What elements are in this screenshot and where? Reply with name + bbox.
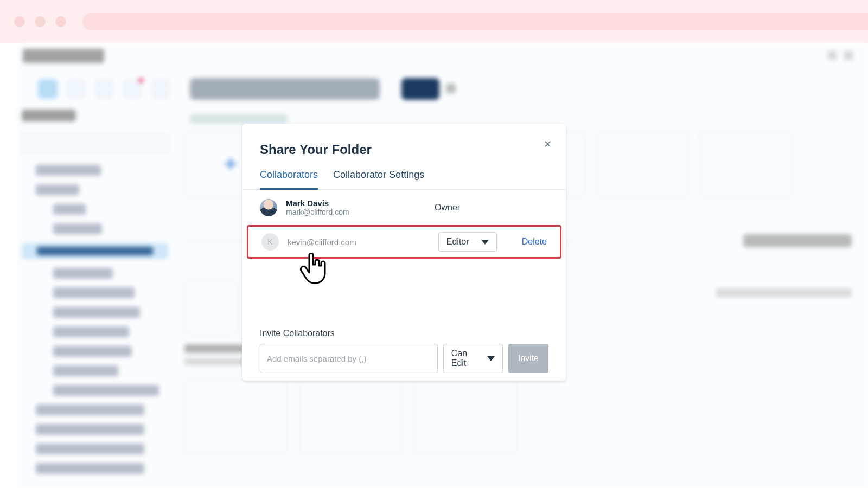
toolbar-btn-1[interactable] (38, 79, 58, 99)
modal-title: Share Your Folder (242, 142, 566, 157)
sidebar-item[interactable] (36, 184, 79, 195)
collaborator-name: Mark Davis (286, 198, 426, 208)
share-menu-icon[interactable] (446, 84, 456, 93)
sidebar-search[interactable] (22, 133, 168, 153)
toolbar-btn-2[interactable] (66, 79, 86, 99)
chevron-down-icon (481, 240, 489, 245)
tab-collaborators[interactable]: Collaborators (260, 169, 318, 190)
invite-section: Invite Collaborators Can Edit Invite (260, 329, 548, 373)
sidebar-item[interactable] (53, 287, 135, 298)
sidebar-item[interactable] (53, 326, 129, 337)
sidebar (22, 110, 168, 488)
sidebar-item[interactable] (36, 404, 144, 415)
permission-select[interactable]: Can Edit (443, 344, 503, 373)
delete-link[interactable]: Delete (522, 237, 547, 247)
permission-value: Can Edit (451, 349, 480, 368)
create-label (190, 114, 288, 124)
sidebar-heading (22, 110, 76, 121)
workspace-thumb[interactable] (299, 379, 403, 455)
invite-email-input[interactable] (260, 344, 438, 373)
template-card[interactable] (597, 131, 689, 196)
sidebar-item[interactable] (36, 444, 144, 454)
sidebar-item[interactable] (53, 307, 140, 318)
tab-collaborator-settings[interactable]: Collaborator Settings (333, 169, 424, 189)
sidebar-item-selected[interactable] (22, 243, 168, 259)
dot-3 (55, 16, 66, 27)
collaborator-email: mark@clifford.com (286, 208, 426, 216)
close-icon[interactable]: ✕ (541, 138, 554, 151)
dot-1 (14, 16, 25, 27)
workspace-thumb[interactable] (414, 379, 518, 455)
sidebar-item[interactable] (53, 346, 132, 357)
sidebar-item[interactable] (36, 463, 144, 474)
toolbar-btn-4[interactable] (123, 79, 142, 99)
workspace-thumb[interactable] (184, 379, 288, 455)
toolbar-btn-3[interactable] (94, 79, 114, 99)
sidebar-item[interactable] (36, 165, 101, 176)
dot-2 (35, 16, 46, 27)
avatar (260, 199, 277, 216)
plus-icon: + (224, 150, 238, 177)
header-icon-1 (828, 51, 837, 60)
thumb-title (184, 344, 244, 353)
sidebar-item[interactable] (53, 385, 159, 396)
collaborator-row-owner: Mark Davis mark@clifford.com Owner (242, 190, 566, 225)
role-select-value: Editor (446, 237, 469, 247)
browser-chrome (0, 0, 868, 43)
page-title (190, 78, 380, 100)
template-card[interactable] (700, 131, 792, 196)
sidebar-item[interactable] (36, 424, 144, 435)
role-select[interactable]: Editor (438, 232, 497, 252)
invite-button[interactable]: Invite (508, 344, 548, 373)
pending-email: kevin@clifford.com (288, 237, 430, 247)
workspace-thumb[interactable] (184, 280, 239, 335)
share-button[interactable] (401, 78, 439, 100)
share-folder-modal: Share Your Folder ✕ Collaborators Collab… (242, 124, 566, 381)
app-logo (23, 49, 104, 63)
toolbar-btn-5[interactable] (151, 79, 170, 99)
chevron-down-icon (487, 356, 495, 361)
sidebar-item[interactable] (53, 223, 102, 234)
avatar-initial: K (261, 233, 279, 251)
sidebar-item[interactable] (53, 365, 118, 376)
invite-title: Invite Collaborators (260, 329, 548, 338)
header-icon-2 (844, 51, 853, 60)
collaborator-row-pending: K kevin@clifford.com Editor Delete (247, 225, 561, 259)
sidebar-item[interactable] (53, 204, 86, 215)
modal-tabs: Collaborators Collaborator Settings (242, 157, 566, 190)
address-bar (82, 13, 868, 30)
sidebar-item[interactable] (53, 268, 113, 279)
window-dots (14, 16, 66, 27)
collaborator-role: Owner (435, 203, 548, 213)
